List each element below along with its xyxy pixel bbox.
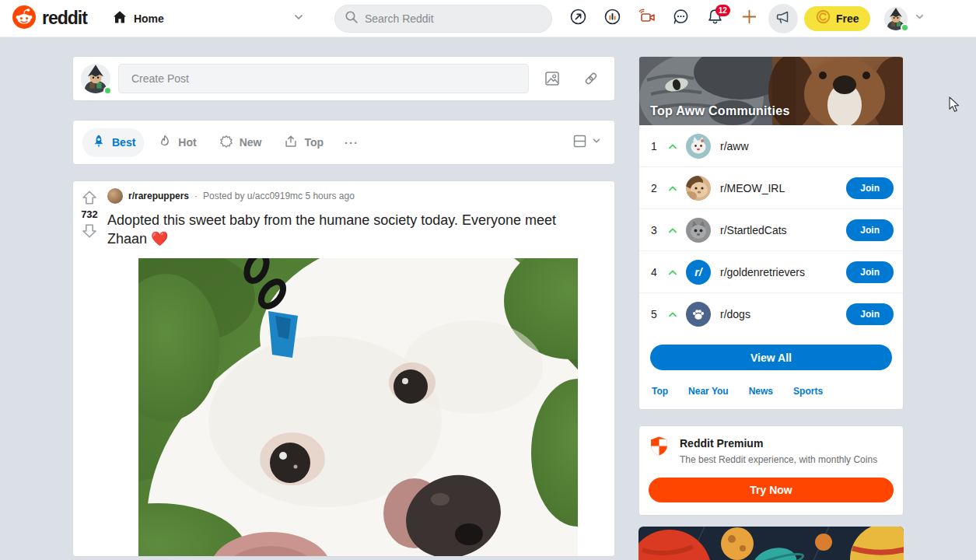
sort-new-label: New: [240, 136, 262, 149]
all-button[interactable]: [597, 3, 628, 34]
subreddit-link[interactable]: r/rarepuppers: [128, 191, 189, 201]
search-input[interactable]: [365, 12, 542, 25]
bar-chart-circle-icon: [603, 8, 621, 29]
burst-icon: [219, 134, 234, 152]
space-planets-image: [638, 527, 904, 560]
coins-free-label: Free: [836, 12, 859, 25]
rank-up-icon: [666, 266, 679, 278]
top-navbar: reddit Home: [0, 0, 976, 37]
community-row[interactable]: 2 r/MEOW_IRL Join: [639, 167, 903, 209]
vote-count: 732: [81, 208, 98, 220]
broadcast-button[interactable]: [631, 3, 663, 34]
coin-icon: [816, 9, 831, 27]
join-button[interactable]: Join: [846, 177, 894, 199]
navbar-icon-group: 12: [563, 3, 798, 34]
notifications-button[interactable]: 12: [700, 3, 731, 34]
community-name[interactable]: r/MEOW_IRL: [720, 182, 846, 194]
community-filters: Top Near You News Sports: [639, 375, 903, 409]
rank-up-icon: [666, 140, 679, 152]
post-image-container: [107, 258, 608, 556]
reddit-logo[interactable]: reddit: [12, 5, 87, 32]
community-name[interactable]: r/StartledCats: [720, 224, 846, 236]
view-all-container: View All: [639, 335, 903, 375]
community-name[interactable]: r/goldenretrievers: [720, 266, 846, 278]
chevron-down-icon: [292, 11, 305, 26]
post-image-dog[interactable]: [138, 258, 578, 556]
community-dropdown[interactable]: Home: [106, 5, 311, 33]
promo-image-card[interactable]: [638, 527, 904, 560]
filter-sports[interactable]: Sports: [793, 386, 823, 397]
community-avatar-dogs: [686, 302, 711, 327]
view-mode-toggle[interactable]: [569, 130, 605, 156]
communities-title: Top Aww Communities: [650, 104, 790, 118]
image-upload-button[interactable]: [537, 63, 568, 94]
snoo-logo-icon: [12, 5, 36, 32]
premium-subtitle: The best Reddit experience, with monthly…: [680, 453, 877, 467]
rank-up-icon: [666, 224, 679, 236]
user-menu[interactable]: [884, 7, 925, 30]
rocket-icon: [91, 134, 107, 152]
sort-top-label: Top: [304, 136, 324, 149]
community-row[interactable]: 4 r/ r/goldenretrievers Join: [639, 251, 903, 293]
premium-title: Reddit Premium: [680, 437, 877, 450]
community-name[interactable]: r/aww: [720, 140, 894, 152]
filter-news[interactable]: News: [749, 386, 773, 397]
community-avatar-aww: [686, 134, 711, 159]
communities-banner: Top Aww Communities: [639, 57, 903, 125]
online-status-dot: [103, 86, 112, 95]
premium-text-block: Reddit Premium The best Reddit experienc…: [680, 436, 877, 467]
community-avatar-startledcats: [686, 218, 711, 243]
sort-hot-label: Hot: [178, 136, 196, 149]
rank-up-icon: [666, 308, 679, 320]
link-post-button[interactable]: [575, 63, 607, 94]
post-title[interactable]: Adopted this sweet baby from the humane …: [107, 212, 593, 249]
community-avatar-meow-irl: [686, 176, 711, 201]
card-view-icon: [572, 133, 589, 152]
search-bar[interactable]: [334, 5, 552, 33]
post-header: r/rarepuppers · Posted by u/acc0919mc 5 …: [107, 188, 608, 204]
sort-bar: Best Hot New Top ···: [72, 120, 615, 165]
try-now-button[interactable]: Try Now: [649, 478, 894, 502]
vote-column: 732: [73, 181, 106, 556]
join-button[interactable]: Join: [846, 261, 894, 283]
view-all-button[interactable]: View All: [650, 345, 892, 370]
join-button[interactable]: Join: [846, 303, 894, 325]
user-avatar[interactable]: [81, 64, 110, 93]
sort-best-label: Best: [112, 136, 135, 149]
sort-best-tab[interactable]: Best: [82, 128, 144, 157]
upvote-button[interactable]: [81, 189, 98, 206]
megaphone-icon: [775, 9, 792, 29]
advertise-button[interactable]: [768, 4, 798, 33]
chevron-down-icon: [914, 11, 925, 26]
popular-button[interactable]: [563, 3, 594, 34]
coins-free-button[interactable]: Free: [804, 6, 871, 31]
downvote-button[interactable]: [81, 222, 98, 240]
heart-emoji: ❤️: [151, 231, 168, 247]
paw-icon: [691, 307, 705, 321]
arrow-up-right-circle-icon: [569, 8, 587, 29]
community-row[interactable]: 1 r/aww: [639, 125, 903, 167]
join-button[interactable]: Join: [846, 219, 894, 241]
community-row[interactable]: 5 r/dogs Join: [639, 293, 903, 335]
filter-near-you[interactable]: Near You: [688, 386, 729, 397]
create-post-card: [72, 56, 615, 101]
sort-more-button[interactable]: ···: [337, 131, 366, 154]
community-name[interactable]: r/dogs: [720, 308, 846, 320]
community-avatar-goldenretrievers: r/: [686, 260, 711, 285]
post-byline[interactable]: Posted by u/acc0919mc 5 hours ago: [203, 191, 355, 201]
meta-separator: ·: [194, 191, 198, 201]
top-arrow-icon: [283, 134, 299, 152]
sort-new-tab[interactable]: New: [210, 128, 271, 157]
create-post-button[interactable]: [734, 3, 765, 34]
chat-button[interactable]: [666, 3, 697, 34]
community-rank: 4: [649, 266, 659, 278]
create-post-input[interactable]: [118, 64, 529, 93]
community-row[interactable]: 3 r/StartledCats Join: [639, 209, 903, 251]
filter-top[interactable]: Top: [652, 386, 668, 397]
sort-top-tab[interactable]: Top: [275, 128, 332, 157]
chat-bubble-icon: [672, 8, 690, 29]
sort-hot-tab[interactable]: Hot: [149, 128, 205, 157]
video-camera-icon: [638, 8, 656, 30]
home-icon: [112, 9, 128, 28]
subreddit-avatar[interactable]: [107, 188, 123, 204]
